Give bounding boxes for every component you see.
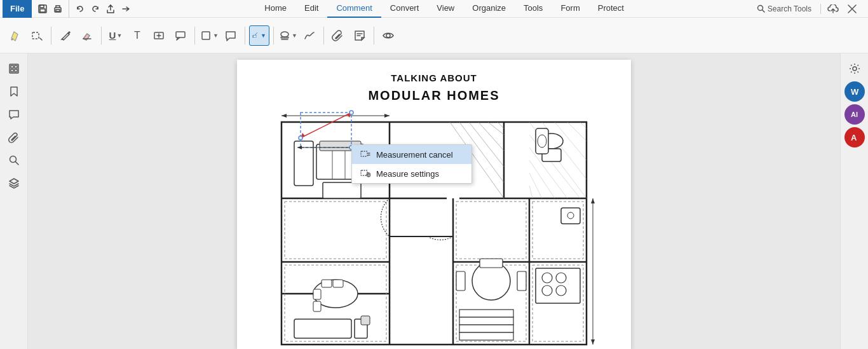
layers-icon[interactable] bbox=[4, 173, 24, 193]
undo-button[interactable] bbox=[73, 2, 87, 16]
underline-tool[interactable]: U ▼ bbox=[105, 25, 126, 46]
svg-rect-86 bbox=[459, 317, 513, 325]
nav-view[interactable]: View bbox=[428, 0, 463, 18]
stamp-tool[interactable]: ▼ bbox=[278, 25, 298, 46]
measure-settings-icon bbox=[360, 168, 371, 179]
attach-tool[interactable] bbox=[328, 25, 348, 46]
nav-comment[interactable]: Comment bbox=[327, 0, 381, 18]
nav-convert[interactable]: Convert bbox=[381, 0, 428, 18]
menu-bar: File bbox=[0, 0, 868, 18]
separator-6 bbox=[323, 27, 324, 44]
nav-organize[interactable]: Organize bbox=[463, 0, 515, 18]
doc-subtitle: MODULAR HOMES bbox=[237, 88, 631, 103]
signature-tool[interactable] bbox=[299, 25, 320, 46]
select-area-tool[interactable] bbox=[27, 25, 47, 46]
svg-rect-87 bbox=[459, 325, 513, 332]
attachment-icon[interactable] bbox=[4, 127, 24, 147]
sticky-note-tool[interactable] bbox=[349, 25, 370, 46]
pencil-tool[interactable] bbox=[55, 25, 76, 46]
svg-marker-104 bbox=[591, 198, 595, 203]
measure-settings-item[interactable]: Measure settings bbox=[352, 164, 471, 183]
nav-edit[interactable]: Edit bbox=[295, 0, 327, 18]
doc-title: TALKING ABOUT bbox=[237, 60, 631, 88]
svg-rect-17 bbox=[15, 69, 17, 72]
svg-rect-79 bbox=[333, 280, 343, 287]
search-icon bbox=[757, 4, 765, 13]
more-button[interactable] bbox=[119, 2, 133, 16]
separator-7 bbox=[374, 27, 374, 44]
show-hide-tool[interactable] bbox=[378, 25, 398, 46]
shape-dropdown-arrow: ▼ bbox=[213, 32, 219, 39]
svg-marker-101 bbox=[281, 114, 287, 118]
stamp-dropdown-arrow: ▼ bbox=[292, 32, 297, 39]
underline-dropdown-arrow: ▼ bbox=[116, 32, 122, 39]
measurement-cancel-icon bbox=[360, 149, 371, 160]
shape-tool[interactable]: ▼ bbox=[199, 25, 219, 46]
nav-form[interactable]: Form bbox=[552, 0, 588, 18]
search-tools-button[interactable]: Search Tools bbox=[752, 3, 817, 15]
separator-3 bbox=[194, 27, 195, 44]
main-nav: Home Edit Comment Convert View Organize … bbox=[137, 0, 751, 18]
svg-rect-65 bbox=[294, 141, 313, 186]
svg-point-11 bbox=[281, 32, 288, 37]
svg-rect-71 bbox=[323, 182, 361, 198]
nav-tools[interactable]: Tools bbox=[515, 0, 552, 18]
page-thumbnail-icon[interactable] bbox=[4, 58, 24, 79]
measurement-cancel-label: Measurement cancel bbox=[376, 150, 453, 160]
nav-home[interactable]: Home bbox=[255, 0, 295, 18]
print-button[interactable] bbox=[51, 2, 65, 16]
file-menu[interactable]: File bbox=[3, 0, 32, 18]
document-area: TALKING ABOUT MODULAR HOMES bbox=[28, 53, 840, 349]
right-sidebar: W AI A bbox=[840, 53, 868, 349]
word-plugin-icon[interactable]: W bbox=[844, 81, 865, 102]
eraser-tool[interactable] bbox=[77, 25, 97, 46]
pdf-document: TALKING ABOUT MODULAR HOMES bbox=[237, 60, 631, 349]
svg-rect-1 bbox=[40, 5, 44, 8]
typewriter-tool[interactable]: T bbox=[127, 25, 147, 46]
svg-rect-9 bbox=[202, 32, 210, 39]
floor-plan-container: Measurement cancel Measure settings bbox=[262, 109, 606, 349]
svg-rect-84 bbox=[361, 316, 370, 325]
search-panel-icon[interactable] bbox=[4, 150, 24, 170]
share-button[interactable] bbox=[104, 2, 118, 16]
panel-settings-icon[interactable] bbox=[844, 58, 865, 79]
svg-rect-75 bbox=[456, 271, 465, 291]
separator-4 bbox=[245, 27, 245, 44]
cloud-upload-button[interactable] bbox=[825, 2, 841, 16]
separator-5 bbox=[273, 27, 274, 44]
svg-point-107 bbox=[853, 67, 857, 71]
ai-plugin-icon[interactable]: AI bbox=[844, 104, 865, 125]
redo-button[interactable] bbox=[88, 2, 102, 16]
svg-rect-16 bbox=[11, 69, 13, 72]
callout-tool[interactable] bbox=[170, 25, 191, 46]
svg-point-12 bbox=[386, 34, 390, 38]
nav-protect[interactable]: Protect bbox=[589, 0, 633, 18]
measure-tool[interactable]: ▼ bbox=[249, 25, 269, 46]
context-menu: Measurement cancel Measure settings bbox=[351, 144, 472, 184]
svg-rect-73 bbox=[480, 259, 503, 268]
bookmark-icon[interactable] bbox=[4, 81, 24, 102]
menu-controls bbox=[32, 0, 137, 18]
toolbar: U ▼ T ▼ bbox=[0, 18, 868, 53]
svg-rect-82 bbox=[294, 319, 351, 338]
measurement-cancel-item[interactable]: Measurement cancel bbox=[352, 145, 471, 164]
search-tools-label: Search Tools bbox=[768, 4, 811, 13]
svg-rect-14 bbox=[11, 65, 13, 68]
svg-rect-93 bbox=[561, 208, 580, 224]
measure-dropdown-arrow: ▼ bbox=[261, 32, 266, 39]
comment-tool[interactable] bbox=[220, 25, 241, 46]
comment-panel-icon[interactable] bbox=[4, 104, 24, 125]
svg-marker-105 bbox=[591, 339, 595, 345]
highlight-tool[interactable] bbox=[5, 25, 25, 46]
svg-rect-10 bbox=[254, 35, 256, 37]
textbox-tool[interactable] bbox=[149, 25, 169, 46]
svg-rect-78 bbox=[322, 280, 332, 287]
menu-right: Search Tools bbox=[752, 2, 865, 16]
close-button[interactable] bbox=[844, 2, 860, 16]
svg-marker-102 bbox=[384, 114, 390, 118]
save-button[interactable] bbox=[36, 2, 50, 16]
svg-text:A: A bbox=[851, 133, 857, 142]
acrobat-plugin-icon[interactable]: A bbox=[844, 127, 865, 147]
svg-rect-76 bbox=[517, 271, 526, 291]
svg-text:W: W bbox=[851, 87, 859, 97]
